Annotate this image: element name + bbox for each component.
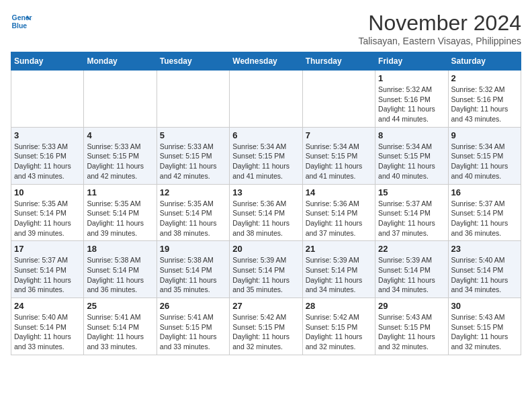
- calendar-day-header: Thursday: [302, 52, 375, 71]
- day-info: Sunrise: 5:41 AM Sunset: 5:14 PM Dayligh…: [87, 312, 153, 352]
- day-info: Sunrise: 5:39 AM Sunset: 5:14 PM Dayligh…: [232, 255, 299, 295]
- day-number: 1: [378, 73, 445, 83]
- day-info: Sunrise: 5:40 AM Sunset: 5:14 PM Dayligh…: [14, 312, 81, 352]
- calendar-cell: 13Sunrise: 5:36 AM Sunset: 5:14 PM Dayli…: [230, 184, 302, 241]
- day-info: Sunrise: 5:39 AM Sunset: 5:14 PM Dayligh…: [306, 255, 372, 295]
- calendar-day-header: Wednesday: [230, 52, 302, 71]
- calendar-cell: 14Sunrise: 5:36 AM Sunset: 5:14 PM Dayli…: [302, 184, 375, 241]
- day-info: Sunrise: 5:32 AM Sunset: 5:16 PM Dayligh…: [378, 85, 445, 124]
- calendar-cell: 10Sunrise: 5:35 AM Sunset: 5:14 PM Dayli…: [11, 184, 84, 241]
- calendar-cell: 29Sunrise: 5:43 AM Sunset: 5:15 PM Dayli…: [375, 298, 448, 355]
- calendar-header-row: SundayMondayTuesdayWednesdayThursdayFrid…: [11, 52, 521, 71]
- day-info: Sunrise: 5:37 AM Sunset: 5:14 PM Dayligh…: [14, 255, 81, 295]
- location-subtitle: Talisayan, Eastern Visayas, Philippines: [358, 36, 521, 46]
- calendar-cell: 6Sunrise: 5:34 AM Sunset: 5:15 PM Daylig…: [230, 127, 302, 184]
- day-info: Sunrise: 5:38 AM Sunset: 5:14 PM Dayligh…: [87, 255, 153, 295]
- day-number: 25: [87, 301, 153, 311]
- day-number: 4: [87, 130, 153, 140]
- calendar-cell: 22Sunrise: 5:39 AM Sunset: 5:14 PM Dayli…: [375, 241, 448, 298]
- calendar-week-row: 3Sunrise: 5:33 AM Sunset: 5:16 PM Daylig…: [11, 127, 521, 184]
- calendar-cell: 26Sunrise: 5:41 AM Sunset: 5:15 PM Dayli…: [157, 298, 229, 355]
- day-number: 11: [87, 187, 153, 197]
- day-number: 17: [14, 244, 81, 254]
- day-info: Sunrise: 5:33 AM Sunset: 5:15 PM Dayligh…: [87, 142, 153, 181]
- calendar-cell: [11, 71, 84, 128]
- day-info: Sunrise: 5:37 AM Sunset: 5:14 PM Dayligh…: [451, 199, 518, 238]
- day-info: Sunrise: 5:35 AM Sunset: 5:14 PM Dayligh…: [160, 199, 226, 238]
- calendar-week-row: 17Sunrise: 5:37 AM Sunset: 5:14 PM Dayli…: [11, 241, 521, 298]
- calendar-cell: 17Sunrise: 5:37 AM Sunset: 5:14 PM Dayli…: [11, 241, 84, 298]
- day-number: 8: [378, 130, 445, 140]
- calendar-cell: [230, 71, 302, 128]
- calendar-cell: 12Sunrise: 5:35 AM Sunset: 5:14 PM Dayli…: [157, 184, 229, 241]
- calendar-cell: 18Sunrise: 5:38 AM Sunset: 5:14 PM Dayli…: [84, 241, 157, 298]
- day-number: 2: [451, 73, 518, 83]
- calendar-day-header: Sunday: [11, 52, 84, 71]
- calendar-week-row: 1Sunrise: 5:32 AM Sunset: 5:16 PM Daylig…: [11, 71, 521, 128]
- day-info: Sunrise: 5:34 AM Sunset: 5:15 PM Dayligh…: [378, 142, 445, 181]
- day-info: Sunrise: 5:35 AM Sunset: 5:14 PM Dayligh…: [14, 199, 81, 238]
- day-info: Sunrise: 5:39 AM Sunset: 5:14 PM Dayligh…: [378, 255, 445, 295]
- calendar-cell: [157, 71, 229, 128]
- day-number: 30: [451, 301, 518, 311]
- day-info: Sunrise: 5:37 AM Sunset: 5:14 PM Dayligh…: [378, 199, 445, 238]
- calendar-cell: 25Sunrise: 5:41 AM Sunset: 5:14 PM Dayli…: [84, 298, 157, 355]
- day-info: Sunrise: 5:43 AM Sunset: 5:15 PM Dayligh…: [451, 312, 518, 352]
- calendar-cell: 11Sunrise: 5:35 AM Sunset: 5:14 PM Dayli…: [84, 184, 157, 241]
- day-info: Sunrise: 5:38 AM Sunset: 5:14 PM Dayligh…: [160, 255, 226, 295]
- calendar-day-header: Monday: [84, 52, 157, 71]
- day-number: 26: [160, 301, 226, 311]
- calendar-cell: 27Sunrise: 5:42 AM Sunset: 5:15 PM Dayli…: [230, 298, 302, 355]
- calendar-cell: 24Sunrise: 5:40 AM Sunset: 5:14 PM Dayli…: [11, 298, 84, 355]
- calendar-cell: 7Sunrise: 5:34 AM Sunset: 5:15 PM Daylig…: [302, 127, 375, 184]
- day-number: 21: [306, 244, 372, 254]
- calendar-day-header: Tuesday: [157, 52, 229, 71]
- title-block: November 2024 Talisayan, Eastern Visayas…: [358, 11, 521, 46]
- day-number: 5: [160, 130, 226, 140]
- day-number: 15: [378, 187, 445, 197]
- day-number: 16: [451, 187, 518, 197]
- calendar-day-header: Saturday: [448, 52, 521, 71]
- calendar-cell: 5Sunrise: 5:33 AM Sunset: 5:15 PM Daylig…: [157, 127, 229, 184]
- day-number: 22: [378, 244, 445, 254]
- calendar-cell: 4Sunrise: 5:33 AM Sunset: 5:15 PM Daylig…: [84, 127, 157, 184]
- day-info: Sunrise: 5:36 AM Sunset: 5:14 PM Dayligh…: [232, 199, 299, 238]
- day-number: 29: [378, 301, 445, 311]
- calendar-cell: [84, 71, 157, 128]
- month-title: November 2024: [358, 11, 521, 36]
- calendar-cell: 8Sunrise: 5:34 AM Sunset: 5:15 PM Daylig…: [375, 127, 448, 184]
- logo: General Blue: [11, 11, 32, 32]
- day-number: 13: [232, 187, 299, 197]
- calendar-cell: 19Sunrise: 5:38 AM Sunset: 5:14 PM Dayli…: [157, 241, 229, 298]
- calendar-cell: 21Sunrise: 5:39 AM Sunset: 5:14 PM Dayli…: [302, 241, 375, 298]
- calendar-cell: 16Sunrise: 5:37 AM Sunset: 5:14 PM Dayli…: [448, 184, 521, 241]
- day-info: Sunrise: 5:34 AM Sunset: 5:15 PM Dayligh…: [306, 142, 372, 181]
- calendar-cell: 2Sunrise: 5:32 AM Sunset: 5:16 PM Daylig…: [448, 71, 521, 128]
- day-info: Sunrise: 5:32 AM Sunset: 5:16 PM Dayligh…: [451, 85, 518, 124]
- day-number: 3: [14, 130, 81, 140]
- day-number: 18: [87, 244, 153, 254]
- day-info: Sunrise: 5:40 AM Sunset: 5:14 PM Dayligh…: [451, 255, 518, 295]
- day-number: 28: [306, 301, 372, 311]
- day-info: Sunrise: 5:34 AM Sunset: 5:15 PM Dayligh…: [451, 142, 518, 181]
- calendar-week-row: 24Sunrise: 5:40 AM Sunset: 5:14 PM Dayli…: [11, 298, 521, 355]
- calendar-body: 1Sunrise: 5:32 AM Sunset: 5:16 PM Daylig…: [11, 71, 521, 355]
- day-number: 23: [451, 244, 518, 254]
- day-number: 6: [232, 130, 299, 140]
- calendar-table: SundayMondayTuesdayWednesdayThursdayFrid…: [11, 52, 521, 355]
- day-info: Sunrise: 5:41 AM Sunset: 5:15 PM Dayligh…: [160, 312, 226, 352]
- calendar-cell: 3Sunrise: 5:33 AM Sunset: 5:16 PM Daylig…: [11, 127, 84, 184]
- day-info: Sunrise: 5:33 AM Sunset: 5:15 PM Dayligh…: [160, 142, 226, 181]
- day-number: 14: [306, 187, 372, 197]
- calendar-week-row: 10Sunrise: 5:35 AM Sunset: 5:14 PM Dayli…: [11, 184, 521, 241]
- logo-icon: General Blue: [11, 11, 32, 32]
- day-info: Sunrise: 5:33 AM Sunset: 5:16 PM Dayligh…: [14, 142, 81, 181]
- day-info: Sunrise: 5:36 AM Sunset: 5:14 PM Dayligh…: [306, 199, 372, 238]
- day-number: 19: [160, 244, 226, 254]
- day-number: 7: [306, 130, 372, 140]
- calendar-cell: 30Sunrise: 5:43 AM Sunset: 5:15 PM Dayli…: [448, 298, 521, 355]
- calendar-cell: [302, 71, 375, 128]
- day-info: Sunrise: 5:42 AM Sunset: 5:15 PM Dayligh…: [232, 312, 299, 352]
- day-number: 9: [451, 130, 518, 140]
- day-number: 27: [232, 301, 299, 311]
